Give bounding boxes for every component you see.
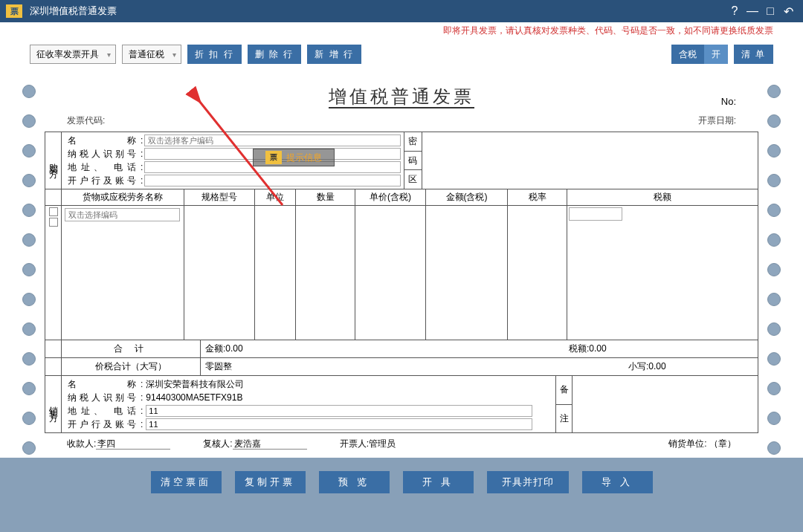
tax-inclusive-toggle[interactable]: 含税 开	[671, 45, 728, 64]
item-price-cell[interactable]	[355, 206, 426, 340]
buyer-name-input[interactable]	[144, 134, 400, 146]
warning-bar: 即将开具发票，请认真核对发票种类、代码、号码是否一致，如不同请更换纸质发票	[0, 22, 803, 39]
seller-section-label: 销售方	[45, 376, 62, 432]
invoice-title: 增值税普通发票	[45, 79, 758, 111]
item-amount-cell[interactable]	[426, 206, 508, 340]
back-icon[interactable]: ↶	[779, 4, 797, 19]
lowercase-total: 小写:0.00	[624, 358, 758, 375]
punch-holes-left	[22, 85, 36, 455]
buyer-addr-input[interactable]	[144, 161, 400, 173]
seller-taxid: 91440300MA5ETFX91B	[144, 392, 552, 403]
invoice-code-label: 发票代码:	[67, 114, 105, 127]
capital-label: 价税合计（大写）	[62, 358, 201, 375]
items-body	[62, 206, 758, 340]
add-row-button[interactable]: 新 增 行	[307, 45, 361, 64]
minimize-icon[interactable]: —	[744, 4, 761, 18]
punch-holes-right	[767, 85, 781, 455]
item-qty-cell[interactable]	[296, 206, 355, 340]
password-area	[422, 132, 758, 189]
seller-bank-input[interactable]	[146, 418, 532, 430]
seller-addr-input[interactable]	[146, 405, 532, 417]
clear-button[interactable]: 清空票面	[151, 471, 222, 493]
list-button[interactable]: 清 单	[734, 45, 773, 64]
tax-type-dropdown[interactable]: 普通征税	[122, 45, 181, 64]
reviewer-input[interactable]	[233, 438, 307, 450]
window-title: 深圳增值税普通发票	[30, 4, 117, 18]
total-amount: 金额:0.00	[201, 340, 564, 357]
discount-row-button[interactable]: 折 扣 行	[187, 45, 242, 64]
delete-row-button[interactable]: 删 除 行	[248, 45, 302, 64]
seller-name: 深圳安荣普科技有限公司	[144, 378, 552, 391]
item-spec-cell[interactable]	[184, 206, 255, 340]
item-tax-cell[interactable]	[567, 206, 758, 340]
capital-value: 零圆整	[201, 358, 624, 375]
bottom-toolbar: 清空票面 复制开票 预 览 开 具 开具并打印 导 入	[0, 462, 803, 505]
maximize-icon[interactable]: □	[761, 4, 779, 18]
remark-area[interactable]	[572, 376, 758, 432]
invoice-form: 增值税普通发票 No: 发票代码: 开票日期: 购买方 名 称: 纳税人识别号:…	[30, 71, 773, 458]
item-unit-cell[interactable]	[255, 206, 296, 340]
invoice-no-label: No:	[721, 96, 736, 107]
total-label: 合 计	[62, 340, 201, 357]
row-checkbox-column	[45, 189, 62, 206]
warning-text: 即将开具发票，请认真核对发票种类、代码、号码是否一致，如不同请更换纸质发票	[443, 25, 773, 37]
item-rate-cell[interactable]	[508, 206, 567, 340]
app-logo-icon: 票	[6, 4, 22, 18]
sales-unit-label: 销货单位: （章）	[668, 438, 736, 450]
title-bar: 票 深圳增值税普通发票 ? — □ ↶	[0, 0, 803, 22]
copy-issue-button[interactable]: 复制开票	[235, 471, 306, 493]
levy-rate-dropdown[interactable]: 征收率发票开具	[30, 45, 116, 64]
buyer-taxid-input[interactable]	[144, 148, 400, 160]
issue-print-button[interactable]: 开具并打印	[487, 471, 569, 493]
issue-button[interactable]: 开 具	[403, 471, 474, 493]
total-tax: 税额:0.00	[564, 340, 758, 357]
row-checkboxes[interactable]	[45, 206, 62, 340]
items-header: 货物或应税劳务名称 规格型号 单位 数量 单价(含税) 金额(含税) 税率 税额	[62, 189, 758, 206]
import-button[interactable]: 导 入	[582, 471, 653, 493]
preview-button[interactable]: 预 览	[319, 471, 390, 493]
buyer-bank-input[interactable]	[144, 175, 400, 186]
help-icon[interactable]: ?	[726, 4, 744, 18]
issuer-value: 管理员	[369, 438, 396, 450]
buyer-section-label: 购买方	[45, 132, 62, 189]
toolbar: 征收率发票开具 普通征税 折 扣 行 删 除 行 新 增 行 含税 开 清 单	[30, 45, 773, 64]
item-name-input[interactable]	[65, 208, 180, 221]
payee-input[interactable]	[96, 438, 170, 450]
invoice-date-label: 开票日期:	[698, 114, 736, 127]
